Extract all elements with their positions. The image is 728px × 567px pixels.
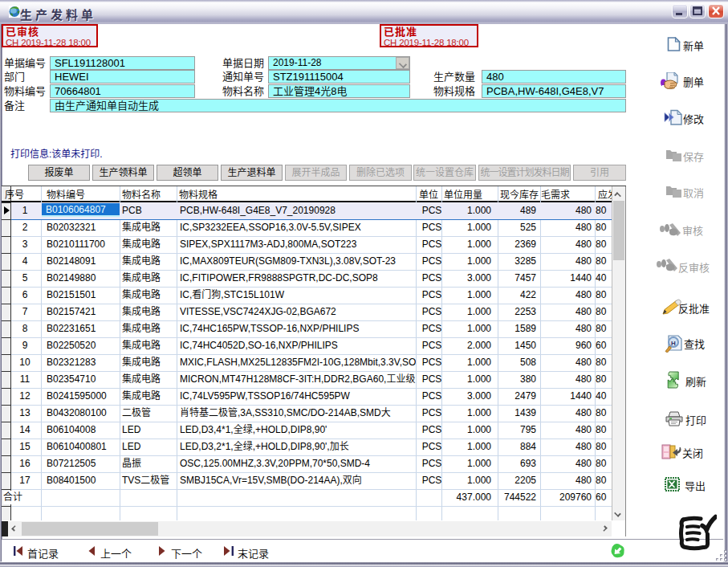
- svg-text:H: H: [671, 340, 676, 347]
